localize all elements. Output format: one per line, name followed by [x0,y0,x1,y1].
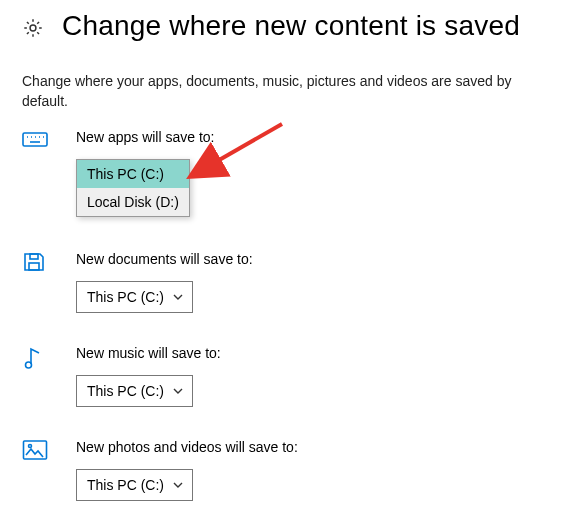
page-title: Change where new content is saved [62,10,520,42]
section-photos: New photos and videos will save to: This… [22,439,550,501]
music-note-icon [22,345,50,375]
apps-label: New apps will save to: [76,129,215,145]
svg-point-0 [30,25,36,31]
picture-icon [22,439,50,465]
photos-combobox[interactable]: This PC (C:) [76,469,193,501]
svg-rect-10 [30,254,38,259]
music-combobox[interactable]: This PC (C:) [76,375,193,407]
documents-combobox[interactable]: This PC (C:) [76,281,193,313]
documents-value: This PC (C:) [87,289,164,305]
section-documents: New documents will save to: This PC (C:) [22,251,550,313]
svg-point-13 [29,445,32,448]
documents-label: New documents will save to: [76,251,253,267]
chevron-down-icon [172,291,184,303]
apps-option-1[interactable]: Local Disk (D:) [77,188,189,216]
chevron-down-icon [172,385,184,397]
section-music: New music will save to: This PC (C:) [22,345,550,407]
svg-rect-9 [29,263,39,270]
section-apps: New apps will save to: This PC (C:) Loca… [22,129,550,159]
photos-value: This PC (C:) [87,477,164,493]
chevron-down-icon [172,479,184,491]
svg-rect-1 [23,133,47,146]
keyboard-icon [22,129,50,153]
save-icon [22,251,50,277]
music-label: New music will save to: [76,345,221,361]
gear-icon [22,17,44,39]
apps-option-0[interactable]: This PC (C:) [77,160,189,188]
svg-point-11 [26,362,32,368]
photos-label: New photos and videos will save to: [76,439,298,455]
music-value: This PC (C:) [87,383,164,399]
apps-dropdown-list[interactable]: This PC (C:) Local Disk (D:) [76,159,190,217]
page-description: Change where your apps, documents, music… [22,72,522,111]
